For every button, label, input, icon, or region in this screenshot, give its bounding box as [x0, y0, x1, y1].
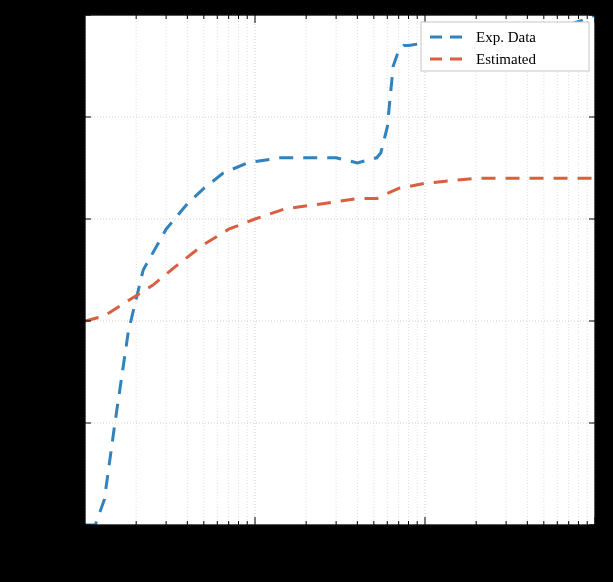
svg-text:3: 3: [600, 523, 608, 539]
line-chart: 0 20 40 60 80 100 10 1 10 2 10 3 Cycles …: [0, 0, 613, 582]
svg-text:10: 10: [414, 531, 429, 547]
svg-text:10: 10: [244, 531, 259, 547]
xtick-100: 10 2: [414, 523, 438, 547]
ytick-60: 60: [63, 211, 78, 227]
legend: Exp. Data Estimated: [421, 22, 589, 71]
svg-text:1: 1: [260, 523, 268, 539]
ytick-20: 20: [63, 415, 78, 431]
legend-label-exp: Exp. Data: [476, 29, 536, 45]
svg-text:2: 2: [430, 523, 438, 539]
svg-text:10: 10: [584, 531, 599, 547]
legend-label-est: Estimated: [476, 51, 536, 67]
xtick-1000: 10 3: [584, 523, 608, 547]
plot-area: [85, 15, 595, 525]
y-tick-labels: 0 20 40 60 80 100: [56, 7, 79, 533]
x-tick-labels: 10 1 10 2 10 3: [244, 523, 608, 547]
xtick-10: 10 1: [244, 523, 268, 547]
y-axis-label: Battery charge [%]: [19, 205, 38, 334]
x-axis-label: Cycles: [317, 553, 363, 572]
ytick-40: 40: [63, 313, 78, 329]
ytick-0: 0: [71, 517, 79, 533]
ytick-80: 80: [63, 109, 78, 125]
ytick-100: 100: [56, 7, 79, 23]
